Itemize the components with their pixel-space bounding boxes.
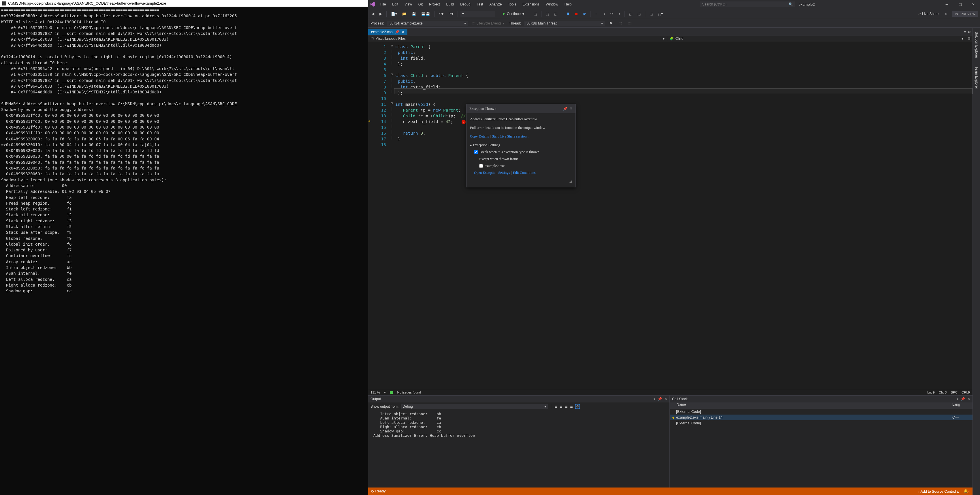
solution-explorer-tab[interactable]: Solution Explorer	[974, 30, 979, 60]
error-icon[interactable]	[461, 120, 466, 124]
step-over-button[interactable]: ↷	[609, 11, 615, 17]
open-exception-settings-link[interactable]: Open Exception Settings	[474, 171, 510, 175]
col-indicator[interactable]: Ch: 3	[939, 391, 947, 394]
menu-build[interactable]: Build	[444, 1, 457, 8]
feedback-button[interactable]: ☺	[942, 11, 950, 17]
dbg-btn-1[interactable]: ⬚	[617, 20, 624, 27]
fold-margin[interactable]: ⊟│││⊟│││⊟││││││	[390, 42, 394, 389]
maximize-button[interactable]: ▢	[953, 0, 967, 9]
menu-test[interactable]: Test	[474, 1, 486, 8]
tool-d[interactable]: ⬚▾	[656, 11, 665, 17]
split-editor-icon[interactable]: ⊞	[966, 37, 972, 41]
callstack-close-icon[interactable]: ✕	[967, 397, 970, 401]
callstack-row[interactable]: ➜example2.exe!main() Line 14C++	[670, 415, 972, 420]
stack-frame-button[interactable]: ⚑	[608, 20, 614, 27]
output-source-select[interactable]: Debug▾	[401, 404, 548, 409]
output-text[interactable]: Intra object redzone: bb ASan internal: …	[368, 411, 670, 487]
debug-tool-3[interactable]: ⬚	[552, 11, 559, 17]
nav-back-button[interactable]: ◀	[370, 11, 376, 17]
output-close-icon[interactable]: ✕	[664, 397, 667, 401]
callstack-dropdown-icon[interactable]: ▾	[957, 397, 958, 401]
team-explorer-tab[interactable]: Team Explorer	[974, 65, 979, 91]
callstack-row[interactable]: [External Code]	[670, 420, 972, 426]
exception-pin-icon[interactable]: 📌	[563, 107, 568, 111]
nav-scope-select[interactable]: ⬚ Miscellaneous Files▾	[368, 36, 667, 41]
menu-tools[interactable]: Tools	[505, 1, 519, 8]
exception-settings-header[interactable]: ▴ Exception Settings	[470, 142, 572, 148]
code-editor[interactable]: ➜ 123456789101112131415161718 ⊟│││⊟│││⊟│…	[368, 42, 972, 389]
thread-select[interactable]: [30728] Main Thread▾	[524, 21, 605, 26]
callstack-row[interactable]: [External Code]	[670, 409, 972, 415]
nav-member-select[interactable]: 🧩 Child▾	[667, 36, 966, 41]
step-out-button[interactable]: ↑	[617, 11, 622, 17]
zoom-level[interactable]: 111 %	[371, 391, 380, 394]
menu-git[interactable]: Git	[415, 1, 426, 8]
menu-extensions[interactable]: Extensions	[520, 1, 542, 8]
menu-file[interactable]: File	[377, 1, 389, 8]
dbg-btn-2[interactable]: ⬚	[627, 20, 633, 27]
menu-debug[interactable]: Debug	[457, 1, 473, 8]
close-tab-icon[interactable]: ✕	[402, 30, 404, 34]
pin-icon[interactable]: 📌	[395, 30, 399, 34]
tab-dropdown-icon[interactable]: ▾	[964, 30, 966, 34]
out-tool-2[interactable]: ≣	[560, 404, 563, 409]
menu-view[interactable]: View	[402, 1, 415, 8]
console-output[interactable]: ========================================…	[0, 6, 368, 495]
show-next-stmt-button[interactable]: →	[593, 11, 600, 17]
step-into-button[interactable]: ↓	[602, 11, 607, 17]
minimize-button[interactable]: ─	[940, 0, 953, 9]
restart-button[interactable]: ⟳	[581, 11, 588, 17]
search-input[interactable]: Search (Ctrl+Q) 🔍	[700, 2, 795, 7]
lifecycle-events-button[interactable]: ⬚ Lifecycle Events ▾	[471, 20, 506, 27]
tool-b[interactable]: ⬚	[636, 11, 643, 17]
config-select[interactable]: ▾	[460, 11, 495, 17]
undo-button[interactable]: ↶▾	[437, 11, 445, 17]
out-tool-4[interactable]: ≣	[570, 404, 573, 409]
debug-tool-1[interactable]: ⬚	[532, 11, 539, 17]
live-share-button[interactable]: ↗ Live Share	[916, 11, 940, 17]
continue-button[interactable]: Continue▾	[501, 11, 527, 17]
output-dropdown-icon[interactable]: ▾	[654, 397, 655, 401]
save-all-button[interactable]: 💾💾	[420, 11, 432, 17]
line-indicator[interactable]: Ln: 9	[927, 391, 935, 394]
callstack-col-lang[interactable]: Lang	[952, 403, 972, 409]
add-source-control-button[interactable]: ↑ Add to Source Control ▴	[918, 489, 959, 493]
eol-indicator[interactable]: CRLF	[961, 391, 970, 394]
copy-details-link[interactable]: Copy Details	[470, 134, 489, 138]
callstack-col-name[interactable]: Name	[670, 403, 952, 409]
output-pin-icon[interactable]: 📌	[658, 397, 662, 401]
process-select[interactable]: [30724] example2.exe▾	[387, 21, 468, 26]
pause-button[interactable]: ⏸	[565, 11, 571, 17]
close-button[interactable]: ✕	[967, 0, 980, 9]
out-tool-1[interactable]: ≣	[554, 404, 557, 409]
tab-example2-cpp[interactable]: example2.cpp 📌 ✕	[368, 29, 407, 35]
break-when-thrown-checkbox[interactable]	[474, 150, 478, 154]
stop-button[interactable]: ◼	[573, 11, 579, 17]
new-item-button[interactable]: 📄▾	[389, 11, 399, 17]
start-liveshare-link[interactable]: Start Live Share session...	[492, 134, 529, 138]
open-button[interactable]: 📂	[401, 11, 408, 17]
redo-button[interactable]: ↷▾	[447, 11, 455, 17]
resize-grip-icon[interactable]: ◢	[470, 178, 572, 184]
save-button[interactable]: 💾	[410, 11, 418, 17]
callstack-pin-icon[interactable]: 📌	[961, 397, 965, 401]
menu-edit[interactable]: Edit	[389, 1, 401, 8]
tab-settings-icon[interactable]: ⚙	[967, 30, 971, 34]
exception-close-icon[interactable]: ✕	[570, 107, 573, 111]
out-tool-3[interactable]: ≣	[565, 404, 568, 409]
out-tool-5[interactable]: ⟲	[575, 404, 580, 409]
code-content[interactable]: class Parent { public: int field; }; cla…	[394, 42, 972, 389]
tool-c[interactable]: ⬚	[648, 11, 654, 17]
debug-tool-2[interactable]: ⬚	[544, 11, 551, 17]
breakpoint-margin[interactable]: ➜	[368, 42, 373, 389]
nav-fwd-button[interactable]: ▶	[378, 11, 384, 17]
menu-window[interactable]: Window	[543, 1, 561, 8]
tool-a[interactable]: ⬚	[627, 11, 634, 17]
except-module-checkbox[interactable]	[479, 164, 483, 168]
menu-help[interactable]: Help	[562, 1, 574, 8]
notifications-icon[interactable]: 🔔2	[964, 489, 970, 494]
menu-analyze[interactable]: Analyze	[487, 1, 505, 8]
menu-project[interactable]: Project	[426, 1, 442, 8]
edit-conditions-link[interactable]: Edit Conditions	[513, 171, 536, 175]
indent-indicator[interactable]: SPC	[951, 391, 958, 394]
